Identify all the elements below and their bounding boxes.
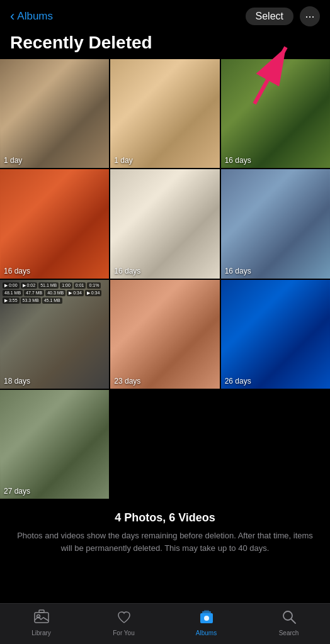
grid-cell-4[interactable]: 16 days [0,169,109,278]
grid-cell-1[interactable]: 1 day [0,59,109,168]
tab-bar: Library For You Albums Search [0,603,330,644]
svg-point-8 [204,616,209,621]
grid-cell-empty-2 [221,390,330,499]
tab-for-you[interactable]: For You [82,609,165,636]
grid-cell-7[interactable]: ▶ 0:00 ▶ 0:02 51.1 MB 1:00 0:01 0:1% 48.… [0,280,109,389]
days-label-1: 1 day [4,156,22,165]
svg-rect-7 [204,610,209,612]
select-button[interactable]: Select [246,8,293,25]
svg-rect-4 [39,610,44,613]
tab-albums[interactable]: Albums [165,609,248,636]
tab-search-label: Search [279,630,299,636]
days-label-9: 26 days [225,377,251,386]
days-label-4: 16 days [4,267,30,275]
days-label-8: 23 days [114,377,140,386]
grid-cell-3[interactable]: 16 days [221,59,330,168]
back-chevron-icon: ‹ [10,9,14,23]
grid-cell-6[interactable]: 16 days [221,169,330,278]
days-label-7: 18 days [4,377,30,386]
navigation-header: ‹ Albums Select ··· [0,0,330,30]
back-button[interactable]: ‹ Albums [10,9,53,23]
albums-icon [198,609,215,628]
tab-for-you-label: For You [113,630,134,636]
back-label: Albums [17,10,53,23]
more-button[interactable]: ··· [300,6,320,26]
grid-cell-2[interactable]: 1 day [110,59,219,168]
search-icon [281,609,297,628]
info-section: 4 Photos, 6 Videos Photos and videos sho… [0,499,330,560]
days-label-3: 16 days [225,156,251,165]
grid-cell-empty-1 [110,390,219,499]
grid-cell-8[interactable]: 23 days [110,280,219,389]
info-count: 4 Photos, 6 Videos [15,511,315,525]
svg-line-10 [291,619,295,624]
grid-cell-5[interactable]: 16 days [110,169,219,278]
tab-library-label: Library [31,630,51,636]
svg-rect-2 [35,613,48,623]
page-title: Recently Deleted [0,30,330,59]
tab-library[interactable]: Library [0,609,82,636]
info-description: Photos and videos show the days remainin… [15,530,315,554]
header-actions: Select ··· [246,6,320,26]
photo-grid: 1 day 1 day 16 days 16 days 16 days 16 d… [0,59,330,499]
days-label-2: 1 day [114,156,132,165]
tab-search[interactable]: Search [248,609,330,636]
days-label-6: 16 days [225,267,251,275]
library-icon [33,609,50,628]
days-label-10: 27 days [4,487,30,496]
grid-cell-10[interactable]: 27 days [0,390,109,499]
tab-albums-label: Albums [196,630,217,636]
grid-cell-9[interactable]: 26 days [221,280,330,389]
days-label-5: 16 days [114,267,140,275]
for-you-icon [116,609,132,628]
